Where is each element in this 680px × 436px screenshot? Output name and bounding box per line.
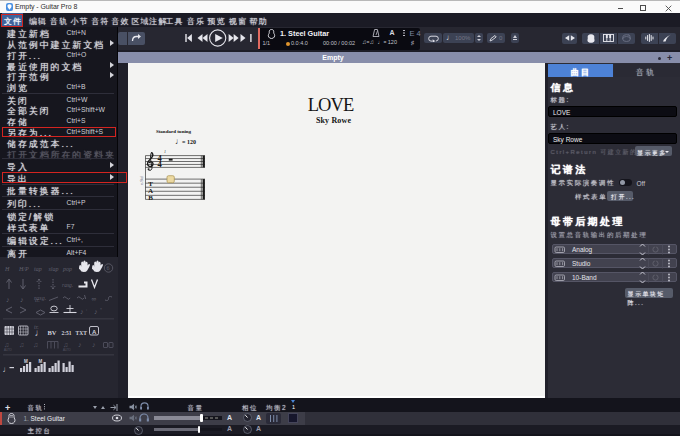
svg-text:♪: ♪: [92, 341, 96, 349]
svg-text:BV: BV: [48, 329, 57, 336]
svg-text:H: H: [4, 266, 10, 272]
svg-text:♪: ♪: [94, 308, 98, 316]
svg-text:TXT: TXT: [76, 330, 88, 336]
svg-text:♪: ♪: [6, 296, 10, 304]
svg-text:rasg.: rasg.: [62, 282, 73, 288]
svg-text::: :: [86, 307, 87, 312]
svg-text:♫: ♫: [19, 341, 24, 349]
svg-text:pop: pop: [62, 266, 72, 272]
svg-text:∞: ∞: [92, 295, 97, 302]
svg-text:tap: tap: [34, 266, 42, 272]
svg-text:AUTO: AUTO: [63, 348, 72, 352]
svg-text:tr.: tr.: [35, 297, 40, 303]
svg-text:M: M: [39, 359, 43, 364]
svg-text:M: M: [24, 359, 28, 364]
svg-text:♪: ♪: [20, 296, 24, 304]
svg-text:♫: ♫: [33, 341, 38, 349]
svg-text:1: 1: [164, 149, 166, 154]
svg-text:*: *: [100, 307, 102, 312]
svg-text:H/P: H/P: [18, 266, 29, 272]
svg-text:♪: ♪: [80, 308, 84, 316]
svg-text:♩: ♩: [3, 364, 12, 374]
svg-text:B: B: [148, 194, 153, 202]
svg-text:slap: slap: [49, 266, 59, 272]
svg-text:6: 6: [107, 265, 110, 271]
svg-text:♩: ♩: [35, 327, 45, 338]
svg-text:AUTO: AUTO: [4, 348, 13, 352]
svg-text:♪: ♪: [78, 341, 82, 349]
svg-text:e-Std: e-Std: [140, 176, 144, 185]
svg-text:2:51: 2:51: [62, 330, 72, 336]
svg-text:A: A: [92, 329, 97, 335]
